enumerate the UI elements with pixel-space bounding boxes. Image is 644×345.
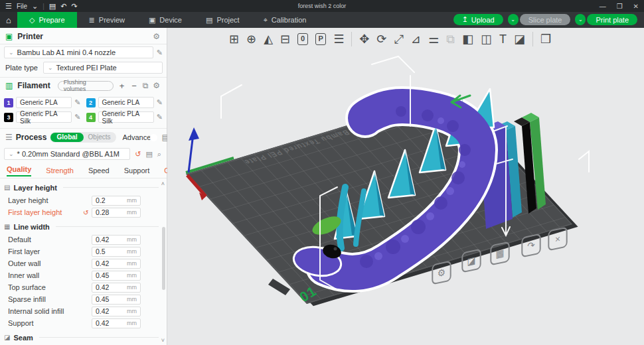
- filament-color-chip[interactable]: 2: [86, 98, 96, 107]
- filament-slot-1: 1 Generic PLA ✎: [4, 97, 81, 108]
- printer-header: ▣ Printer ⚙: [0, 31, 167, 42]
- tab-prepare[interactable]: ◇ Prepare: [17, 12, 77, 28]
- scope-objects[interactable]: Objects: [84, 133, 116, 142]
- reset-preset-icon[interactable]: ↺: [135, 150, 141, 159]
- filament-edit-icon[interactable]: ✎: [157, 113, 163, 121]
- cut-icon[interactable]: ⚌: [428, 33, 439, 45]
- assembly-icon[interactable]: ❒: [540, 33, 551, 45]
- filament-edit-icon[interactable]: ✎: [157, 98, 163, 107]
- filament-color-chip[interactable]: 4: [86, 113, 96, 122]
- tab-device[interactable]: ▣ Device: [137, 12, 194, 28]
- build-plate[interactable]: Bambu Textured PEI Plate: [186, 94, 572, 304]
- filament-name[interactable]: Generic PLA Silk: [16, 111, 72, 123]
- plate-type-select[interactable]: ⌄ Textured PEI Plate: [43, 62, 163, 74]
- process-preset-select[interactable]: ⌄ * 0.20mm Standard @BBL A1M: [4, 148, 130, 160]
- text-icon[interactable]: T: [499, 33, 507, 45]
- section-seam[interactable]: ◪ Seam: [0, 330, 167, 344]
- outer-wall-line-width-input[interactable]: 0.42mm: [92, 259, 141, 269]
- chevron-down-icon[interactable]: ⌄: [32, 2, 38, 11]
- sparse-infill-line-width-input[interactable]: 0.45mm: [92, 295, 141, 305]
- scrollbar-thumb[interactable]: [162, 227, 165, 290]
- filament-manage-icon[interactable]: ⧉: [143, 81, 149, 90]
- plate-lock-button[interactable]: ◪: [461, 249, 481, 273]
- close-icon[interactable]: ✕: [633, 3, 639, 10]
- scale-icon[interactable]: ⤢: [394, 33, 403, 45]
- upload-button[interactable]: ↥ Upload: [453, 14, 503, 25]
- plate-settings-button[interactable]: ⚙: [432, 261, 451, 285]
- reset-icon[interactable]: ↺: [83, 209, 92, 216]
- internal-solid-infill-line-width-input[interactable]: 0.42mm: [92, 307, 141, 316]
- remove-filament-button[interactable]: −: [130, 81, 137, 91]
- add-object-icon[interactable]: ⊞: [229, 33, 239, 45]
- section-layer-height[interactable]: ▤ Layer height: [0, 180, 167, 194]
- add-plate-icon[interactable]: ⊕: [246, 33, 256, 45]
- new-project-icon[interactable]: ▤: [49, 2, 56, 11]
- home-button[interactable]: ⌂: [0, 12, 17, 28]
- menu-icon[interactable]: ☰: [5, 2, 12, 11]
- filament-edit-icon[interactable]: ✎: [74, 98, 80, 107]
- plate-orient-button[interactable]: ↷: [521, 234, 540, 258]
- tab-project[interactable]: ▤ Project: [194, 12, 252, 28]
- arrange-icon[interactable]: ⊟: [280, 33, 290, 45]
- printer-edit-icon[interactable]: ✎: [157, 48, 163, 57]
- viewport-3d[interactable]: Bambu Textured PEI Plate ⊞ ⊕ ◭ ⊟ 0 P ☰ ✥…: [167, 28, 644, 345]
- filament-edit-icon[interactable]: ✎: [74, 113, 80, 121]
- plate-arrange-button[interactable]: ▦: [490, 242, 509, 266]
- variable-layer-height-icon[interactable]: ☰: [333, 33, 344, 45]
- scope-global[interactable]: Global: [50, 133, 83, 142]
- filament-name[interactable]: Generic PLA: [98, 97, 154, 108]
- settings-scroll-area[interactable]: ▤ Layer height Layer height 0.2 mm First…: [0, 179, 167, 345]
- restore-icon[interactable]: ❐: [617, 3, 623, 10]
- filament-color-chip[interactable]: 3: [4, 113, 13, 122]
- print-dropdown-button[interactable]: ⌄: [575, 14, 586, 25]
- scroll-down-icon[interactable]: ˅: [161, 337, 165, 344]
- preview-icon: ≣: [89, 16, 95, 25]
- mesh-edit-icon[interactable]: ◫: [481, 33, 492, 45]
- print-plate-button[interactable]: Print plate: [587, 14, 637, 25]
- flushing-volumes-button[interactable]: Flushing volumes: [58, 81, 114, 91]
- move-icon[interactable]: ✥: [359, 33, 369, 45]
- scroll-up-icon[interactable]: ˄: [161, 180, 165, 187]
- plate-delete-button[interactable]: ×: [548, 227, 567, 251]
- filament-name[interactable]: Generic PLA Silk: [98, 111, 154, 123]
- section-line-width[interactable]: ▦ Line width: [0, 220, 167, 234]
- auto-orient-icon[interactable]: ◭: [264, 33, 273, 45]
- printer-settings-gear-icon[interactable]: ⚙: [153, 32, 160, 41]
- tab-strength[interactable]: Strength: [46, 167, 74, 176]
- add-filament-button[interactable]: +: [118, 81, 125, 91]
- slice-dropdown-button[interactable]: ⌄: [508, 14, 519, 25]
- place-on-face-icon[interactable]: ⊿: [411, 33, 421, 45]
- setting-row: Support 0.42mm: [0, 317, 167, 329]
- minimize-icon[interactable]: —: [600, 3, 606, 10]
- filament-color-chip[interactable]: 1: [4, 98, 13, 107]
- tab-calibration[interactable]: ⌖ Calibration: [252, 12, 319, 28]
- mesh-boolean-icon[interactable]: ⧉: [446, 33, 455, 45]
- process-scope-switch[interactable]: Global Objects: [50, 132, 116, 143]
- color-painting-icon[interactable]: ◧: [462, 33, 473, 45]
- search-icon[interactable]: ⌕: [157, 150, 161, 159]
- first-layer-height-input[interactable]: 0.28 mm: [92, 208, 141, 218]
- printer-select[interactable]: ⌄ Bambu Lab A1 mini 0.4 nozzle: [4, 46, 153, 58]
- filament-name[interactable]: Generic PLA: [16, 97, 72, 108]
- tab-preview[interactable]: ≣ Preview: [77, 12, 137, 28]
- filament-settings-gear-icon[interactable]: ⚙: [153, 81, 160, 90]
- save-preset-icon[interactable]: ▤: [145, 150, 152, 159]
- tab-support[interactable]: Support: [124, 167, 150, 176]
- paint-icon[interactable]: ◪: [514, 33, 525, 45]
- setting-row: Inner wall 0.45mm: [0, 269, 167, 281]
- first-layer-line-width-input[interactable]: 0.5mm: [92, 247, 141, 257]
- split-to-objects-icon[interactable]: 0: [297, 33, 308, 45]
- slice-plate-button[interactable]: Slice plate: [520, 14, 571, 25]
- split-to-parts-icon[interactable]: P: [315, 33, 326, 45]
- inner-wall-line-width-input[interactable]: 0.45mm: [92, 271, 141, 281]
- support-line-width-input[interactable]: 0.42mm: [92, 318, 141, 328]
- top-surface-line-width-input[interactable]: 0.42mm: [92, 283, 141, 293]
- file-menu[interactable]: File: [17, 3, 27, 10]
- tab-speed[interactable]: Speed: [88, 167, 110, 176]
- redo-icon[interactable]: ↷: [71, 2, 77, 11]
- layer-height-input[interactable]: 0.2 mm: [92, 196, 141, 206]
- undo-icon[interactable]: ↶: [60, 2, 66, 11]
- tab-quality[interactable]: Quality: [7, 165, 31, 176]
- rotate-icon[interactable]: ⟳: [376, 33, 386, 45]
- default-line-width-input[interactable]: 0.42mm: [92, 235, 141, 245]
